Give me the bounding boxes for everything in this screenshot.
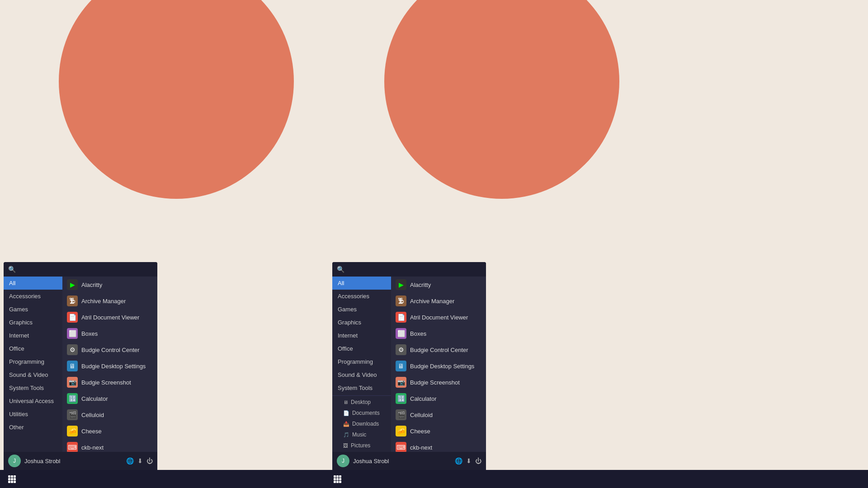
- download-icon-left[interactable]: ⬇: [137, 457, 143, 465]
- pictures-folder-icon: 🖼: [343, 443, 348, 448]
- category-accessories-left[interactable]: Accessories: [4, 290, 62, 303]
- app-label-archive-left: Archive Manager: [81, 298, 126, 305]
- app-icon-budgie-desktop-left: 🖥: [67, 361, 78, 371]
- category-utilities-left[interactable]: Utilities: [4, 408, 62, 421]
- category-programming-left[interactable]: Programming: [4, 355, 62, 368]
- app-label-budgie-screenshot-right: Budgie Screenshot: [410, 379, 460, 386]
- user-actions-left: 🌐 ⬇ ⏻: [126, 457, 153, 465]
- app-item-boxes-right[interactable]: ⬜ Boxes: [391, 325, 486, 342]
- svg-rect-15: [334, 481, 336, 483]
- category-system-tools-left[interactable]: System Tools: [4, 381, 62, 394]
- categories-right: All Accessories Games Graphics Internet …: [332, 277, 391, 452]
- category-all-left[interactable]: All: [4, 277, 62, 290]
- app-label-budgie-screenshot-left: Budgie Screenshot: [81, 379, 131, 386]
- power-icon-right[interactable]: ⏻: [475, 457, 481, 465]
- search-input-right[interactable]: [347, 266, 481, 273]
- app-item-alacritty-left[interactable]: ▶ Alacritty: [62, 277, 157, 293]
- svg-rect-7: [11, 481, 13, 483]
- app-label-atril-right: Atril Document Viewer: [410, 314, 468, 321]
- svg-rect-16: [336, 481, 339, 483]
- app-item-budgie-control-left[interactable]: ⚙ Budgie Control Center: [62, 342, 157, 358]
- svg-rect-12: [334, 478, 336, 480]
- app-item-archive-right[interactable]: 🗜 Archive Manager: [391, 293, 486, 309]
- search-icon-left: 🔍: [8, 266, 16, 273]
- app-label-boxes-right: Boxes: [410, 330, 426, 337]
- app-icon-budgie-screenshot-right: 📷: [396, 377, 406, 388]
- subfolder-pictures[interactable]: 🖼 Pictures: [332, 440, 391, 451]
- app-item-cheese-left[interactable]: 🧀 Cheese: [62, 423, 157, 439]
- apps-list-right: ▶ Alacritty 🗜 Archive Manager 📄 Atril Do…: [391, 277, 486, 452]
- apps-button-left[interactable]: [4, 471, 20, 487]
- category-sound-video-right[interactable]: Sound & Video: [332, 368, 391, 381]
- subfolder-pictures-label: Pictures: [351, 442, 370, 449]
- subfolder-music[interactable]: 🎵 Music: [332, 429, 391, 440]
- app-label-alacritty-right: Alacritty: [410, 282, 431, 288]
- app-item-budgie-control-right[interactable]: ⚙ Budgie Control Center: [391, 342, 486, 358]
- app-icon-ckb-right: ⌨: [396, 442, 406, 452]
- user-actions-right: 🌐 ⬇ ⏻: [455, 457, 481, 465]
- svg-rect-17: [339, 481, 341, 483]
- category-office-right[interactable]: Office: [332, 342, 391, 355]
- app-item-budgie-screenshot-right[interactable]: 📷 Budgie Screenshot: [391, 374, 486, 390]
- app-label-budgie-desktop-right: Budgie Desktop Settings: [410, 363, 474, 370]
- svg-rect-14: [339, 478, 341, 480]
- search-input-left[interactable]: [19, 266, 153, 273]
- app-label-alacritty-left: Alacritty: [81, 282, 102, 288]
- decorative-circle-left: [59, 0, 294, 199]
- app-label-ckb-right: ckb-next: [410, 444, 432, 451]
- category-universal-access-left[interactable]: Universal Access: [4, 394, 62, 408]
- search-icon-right: 🔍: [337, 266, 344, 273]
- category-accessories-right[interactable]: Accessories: [332, 290, 391, 303]
- subfolder-downloads-label: Downloads: [352, 421, 379, 427]
- category-internet-right[interactable]: Internet: [332, 329, 391, 342]
- category-system-tools-right[interactable]: System Tools: [332, 381, 391, 394]
- app-item-budgie-desktop-right[interactable]: 🖥 Budgie Desktop Settings: [391, 358, 486, 374]
- app-item-celluloid-right[interactable]: 🎬 Celluloid: [391, 407, 486, 423]
- apps-button-right[interactable]: [329, 471, 345, 487]
- category-internet-left[interactable]: Internet: [4, 329, 62, 342]
- category-all-right[interactable]: All: [332, 277, 391, 290]
- svg-rect-5: [14, 478, 16, 480]
- svg-rect-8: [14, 481, 16, 483]
- app-label-cheese-right: Cheese: [410, 428, 430, 435]
- app-label-ckb-left: ckb-next: [81, 444, 104, 451]
- desktop: 🔍 All Accessories Games Graphics Interne…: [0, 0, 868, 488]
- app-label-atril-left: Atril Document Viewer: [81, 314, 139, 321]
- app-item-budgie-desktop-left[interactable]: 🖥 Budgie Desktop Settings: [62, 358, 157, 374]
- app-item-calculator-left[interactable]: 🔢 Calculator: [62, 390, 157, 407]
- subfolder-downloads[interactable]: 📥 Downloads: [332, 418, 391, 429]
- user-row-left: J Joshua Strobl 🌐 ⬇ ⏻: [4, 452, 157, 470]
- app-item-ckb-right[interactable]: ⌨ ckb-next: [391, 439, 486, 452]
- network-icon-right[interactable]: 🌐: [455, 457, 462, 465]
- category-games-right[interactable]: Games: [332, 303, 391, 316]
- app-item-celluloid-left[interactable]: 🎬 Celluloid: [62, 407, 157, 423]
- power-icon-left[interactable]: ⏻: [146, 457, 153, 465]
- app-item-ckb-left[interactable]: ⌨ ckb-next: [62, 439, 157, 452]
- app-icon-cheese-right: 🧀: [396, 426, 406, 436]
- subfolder-desktop[interactable]: 🖥 Desktop: [332, 397, 391, 408]
- desktop-folder-icon: 🖥: [343, 399, 348, 405]
- download-icon-right[interactable]: ⬇: [466, 457, 472, 465]
- app-item-budgie-screenshot-left[interactable]: 📷 Budgie Screenshot: [62, 374, 157, 390]
- category-other-left[interactable]: Other: [4, 421, 62, 434]
- app-item-boxes-left[interactable]: ⬜ Boxes: [62, 325, 157, 342]
- category-graphics-right[interactable]: Graphics: [332, 316, 391, 329]
- subfolder-documents[interactable]: 📄 Documents: [332, 408, 391, 418]
- app-icon-calculator-left: 🔢: [67, 393, 78, 404]
- app-item-atril-right[interactable]: 📄 Atril Document Viewer: [391, 309, 486, 325]
- network-icon-left[interactable]: 🌐: [126, 457, 134, 465]
- category-sound-video-left[interactable]: Sound & Video: [4, 368, 62, 381]
- category-games-left[interactable]: Games: [4, 303, 62, 316]
- app-item-archive-left[interactable]: 🗜 Archive Manager: [62, 293, 157, 309]
- app-icon-budgie-control-left: ⚙: [67, 344, 78, 355]
- category-office-left[interactable]: Office: [4, 342, 62, 355]
- app-item-calculator-right[interactable]: 🔢 Calculator: [391, 390, 486, 407]
- category-graphics-left[interactable]: Graphics: [4, 316, 62, 329]
- app-item-atril-left[interactable]: 📄 Atril Document Viewer: [62, 309, 157, 325]
- user-avatar-right: J: [337, 455, 349, 467]
- category-programming-right[interactable]: Programming: [332, 355, 391, 368]
- app-item-cheese-right[interactable]: 🧀 Cheese: [391, 423, 486, 439]
- app-item-alacritty-right[interactable]: ▶ Alacritty: [391, 277, 486, 293]
- app-icon-atril-left: 📄: [67, 312, 78, 323]
- app-icon-atril-right: 📄: [396, 312, 406, 323]
